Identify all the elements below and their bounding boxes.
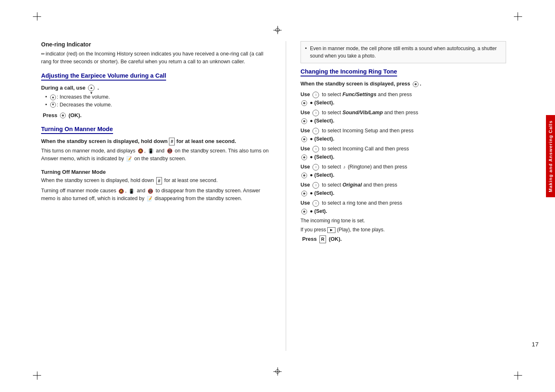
earpiece-during-call: During a call, use ▲▼ .: [41, 84, 271, 92]
hash-key: #: [169, 138, 175, 145]
step5: Use ↕ to select ♪ (Ringtone) and then pr…: [301, 163, 506, 179]
play-icon: ▶: [327, 227, 335, 233]
one-ring-body: ✏indicator (red) on the Incoming History…: [41, 50, 271, 66]
manner-off-section: Turning Off Manner Mode When the standby…: [41, 169, 271, 202]
sidebar-tab: Making and Answering Calls: [546, 115, 555, 197]
earpiece-title: Adjusting the Earpiece Volume during a C…: [41, 72, 166, 81]
step2: Use ↕ to select Sound/Vib/Lamp and then …: [301, 108, 506, 125]
info-box: Even in manner mode, the cell phone stil…: [301, 41, 506, 63]
one-ring-section: One-ring Indicator ✏indicator (red) on t…: [41, 41, 271, 66]
manner-off-body1: When the standby screen is displayed, ho…: [41, 177, 271, 184]
column-divider: [286, 41, 286, 351]
ring-icon: ♪: [343, 164, 346, 171]
manner-on-title: Turning On Manner Mode: [41, 126, 113, 134]
step0-btn: [413, 81, 419, 87]
right-column: Even in manner mode, the cell phone stil…: [301, 41, 506, 351]
crop-mark-tr: [510, 12, 522, 25]
manner-on-standby: When the standby screen is displayed, ho…: [41, 137, 271, 145]
ring-tone-title: Changing the Incoming Ring Tone: [301, 68, 397, 76]
hash-key2: #: [156, 177, 162, 185]
crop-mark-bl: [33, 367, 45, 380]
info-box-bullet: Even in manner mode, the cell phone stil…: [305, 45, 502, 60]
ring-note1: The incoming ring tone is set.: [301, 217, 506, 224]
step1: Use ↕ to select Func/Settings and then p…: [301, 90, 506, 107]
one-ring-title: One-ring Indicator: [41, 41, 271, 48]
earpiece-bullet2: ▼: Decreases the volume.: [45, 101, 271, 109]
ring-tone-section: Changing the Incoming Ring Tone When the…: [301, 68, 506, 243]
crop-mark-br: [510, 367, 522, 380]
final-key: R: [319, 235, 326, 243]
step0: When the standby screen is displayed, pr…: [301, 80, 506, 88]
crop-mark-tl: [33, 12, 45, 25]
earpiece-section: Adjusting the Earpiece Volume during a C…: [41, 72, 271, 120]
manner-off-title: Turning Off Manner Mode: [41, 169, 271, 175]
manner-off-body2: Turning off manner mode causes 🔕, 📳 and …: [41, 187, 271, 203]
step3: Use ↕ to select Incoming Setup and then …: [301, 127, 506, 143]
final-press: Press R (OK).: [301, 235, 506, 243]
step7: Use ↕ to select a ring tone and then pre…: [301, 199, 506, 215]
step4: Use ↕ to select Incoming Call and then p…: [301, 145, 506, 161]
manner-on-body: This turns on manner mode, and displays …: [41, 147, 271, 163]
earpiece-bullets: ▲: Increases the volume. ▼: Decreases th…: [41, 93, 271, 109]
ring-note2: If you press ▶ (Play), the tone plays.: [301, 226, 506, 233]
sidebar-tab-label: Making and Answering Calls: [548, 120, 553, 192]
crosshair-bottom: [273, 367, 282, 376]
earpiece-bullet1: ▲: Increases the volume.: [45, 93, 271, 101]
left-column: One-ring Indicator ✏indicator (red) on t…: [41, 41, 271, 351]
crosshair-top: [273, 26, 282, 34]
manner-on-section: Turning On Manner Mode When the standby …: [41, 126, 271, 162]
earpiece-press: Press (OK).: [41, 111, 271, 120]
step6: Use ↕ to select Original and then press …: [301, 181, 506, 197]
